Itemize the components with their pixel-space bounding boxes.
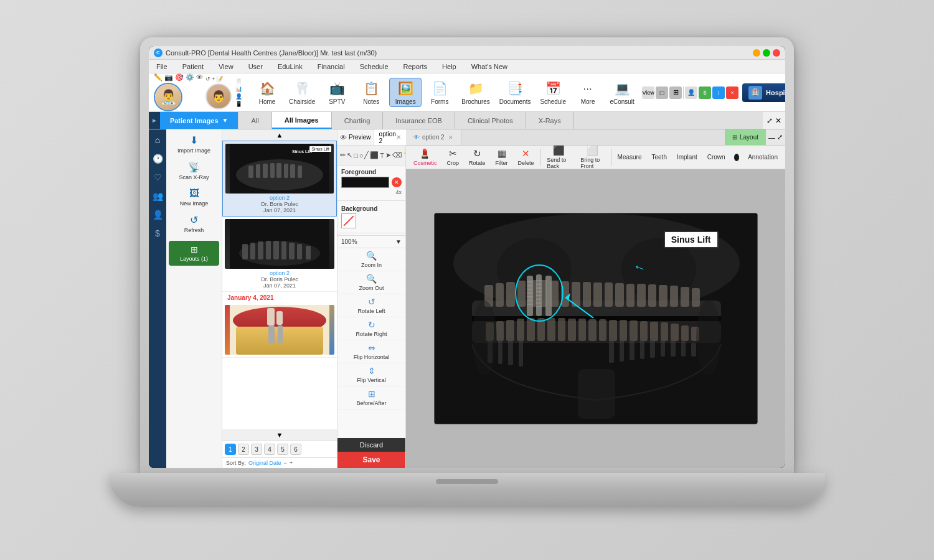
page-btn-5[interactable]: 5 [277,444,288,455]
send-to-back-btn[interactable]: ⬛ Send to Back [543,144,574,170]
menu-view[interactable]: View [216,62,236,72]
view-toggle-btn[interactable]: View [642,86,654,99]
menu-edulink[interactable]: EduLink [275,62,305,72]
panoramic-xray[interactable]: Sinus Lift → [434,213,758,424]
sidebar-home-icon[interactable]: ⌂ [151,133,164,147]
settings-icon[interactable]: ⚙️ [186,73,194,82]
viewer-tab-close[interactable]: ✕ [448,134,453,141]
viewer-expand-icon[interactable]: ⤢ [777,133,783,141]
plus-icon[interactable]: + [212,76,215,82]
toolbar-images[interactable]: 🖼️ Images [389,78,422,107]
option-tab-close[interactable]: ✕ [396,134,401,141]
sync-btn[interactable]: ↕ [712,86,725,99]
toolbar-documents[interactable]: 📑 Documents [496,78,535,106]
flip-horizontal-action[interactable]: ⇔ Flip Horizontal [337,340,405,363]
sub-tab-insurance-eob[interactable]: Insurance EOB [383,112,455,129]
page-btn-4[interactable]: 4 [264,444,275,455]
sub-tab-all-images[interactable]: All Images [272,112,332,129]
bring-to-front-btn[interactable]: ⬜ Bring to Front [577,144,608,170]
thumbnail-item-2[interactable]: option 2 Dr. Boris Pulec Jan 07, 2021 [222,217,337,292]
layout-btn2[interactable]: ⊞ [669,86,682,99]
toolbar-home[interactable]: 🏠 Home [251,78,283,106]
save-button[interactable]: Save [337,452,405,468]
sub-tab-xrays[interactable]: X-Rays [526,112,574,129]
sort-option[interactable]: Original Date [248,460,281,466]
menu-schedule[interactable]: Schedule [357,62,391,72]
import-image-button[interactable]: ⬇ Import Image [169,132,219,156]
page-btn-1[interactable]: 1 [225,444,236,455]
thumbnail-item-3[interactable] [222,302,337,358]
scroll-up-arrow[interactable]: ▲ [222,129,337,141]
rotate-right-action[interactable]: ↻ Rotate Right [337,317,405,340]
sidebar-clock-icon[interactable]: 🕐 [151,152,164,166]
pencil-tool[interactable]: ✏ [340,149,346,162]
viewer-layout-tab[interactable]: ⊞ Layout [725,129,766,145]
person-icon[interactable]: 👤 [235,93,242,100]
minimize-button[interactable] [753,49,760,57]
delete-btn[interactable]: ✕ Delete [514,147,538,167]
toolbar-brochures[interactable]: 📁 Brochures [458,78,494,106]
sort-plus-icon[interactable]: + [290,460,293,466]
menu-file[interactable]: File [154,62,170,72]
rotate-btn[interactable]: ↻ Rotate [465,147,489,167]
zoom-dropdown-arrow[interactable]: ▼ [395,238,402,245]
measure-tool2[interactable]: 📏 [403,149,405,162]
toolbar-forms[interactable]: 📄 Forms [423,78,456,106]
logout-btn[interactable]: × [726,86,738,99]
zoom-out-action[interactable]: 🔍 Zoom Out [337,271,405,294]
cursor-tool[interactable]: ↖ [347,149,352,162]
annotation-text-btn[interactable]: Annotation [744,152,781,162]
sidebar-people-icon[interactable]: 👥 [151,189,164,203]
sidebar-dollar-icon[interactable]: $ [151,226,164,240]
rect-tool[interactable]: □ [354,149,358,162]
phone-icon[interactable]: 📱 [235,101,242,107]
expand-icon[interactable]: ⤢ [767,116,773,125]
text-tool[interactable]: T [380,149,384,162]
viewer-minimize-icon[interactable]: — [768,134,775,141]
toolbar-notes[interactable]: 📋 Notes [355,78,387,106]
teeth-text-btn[interactable]: Teeth [648,152,670,162]
color-x-btn[interactable]: ✕ [392,177,402,187]
sort-minus-icon[interactable]: − [284,460,287,466]
toolbar-schedule[interactable]: 📅 Schedule [536,78,570,106]
close-view-icon[interactable]: ✕ [775,116,781,125]
cosmetic-btn[interactable]: 💄 Cosmetic [410,147,441,167]
refresh-icon[interactable]: ↺ [205,76,210,82]
thumbnail-item-1[interactable]: Sinus Lift Sinus Lift option 2 Dr. Boris… [222,141,337,217]
line-tool[interactable]: ╱ [364,149,369,162]
option-tab[interactable]: option 2 ✕ [374,129,406,145]
sub-tab-clinical-photos[interactable]: Clinical Photos [455,112,526,129]
background-color-swatch[interactable] [341,213,356,228]
eye-nav-icon[interactable]: 👁 [196,73,203,82]
filter-btn[interactable]: ▦ Filter [492,147,512,167]
hospital-button[interactable]: 🏥 Hospital [742,83,785,102]
menu-patient[interactable]: Patient [180,62,206,72]
user-profile-btn[interactable]: 👤 [685,86,697,99]
flip-vertical-action[interactable]: ⇕ Flip Vertical [337,363,405,386]
measure-text-btn[interactable]: Measure [614,152,646,162]
rotate-left-action[interactable]: ↺ Rotate Left [337,294,405,317]
maximize-button[interactable] [763,49,770,57]
menu-financial[interactable]: Financial [315,62,347,72]
tooth-icon[interactable]: 🦷 [235,78,242,85]
layout-btn1[interactable]: □ [656,86,668,99]
sub-tab-charting[interactable]: Charting [332,112,384,129]
fill-tool[interactable]: ⬛ [370,149,379,162]
menu-reports[interactable]: Reports [401,62,430,72]
online-status-btn[interactable]: $ [699,86,711,99]
color-picker-dot[interactable] [734,154,740,161]
toolbar-econsult[interactable]: 💻 eConsult [606,78,638,106]
menu-help[interactable]: Help [440,62,459,72]
chart-icon[interactable]: 📊 [235,86,242,92]
menu-whats-new[interactable]: What's New [469,62,510,72]
before-after-action[interactable]: ⊞ Before/After [337,386,405,409]
toolbar-chairside[interactable]: 🦷 Chairside [285,78,319,106]
menu-user[interactable]: User [246,62,265,72]
page-btn-6[interactable]: 6 [290,444,301,455]
crown-text-btn[interactable]: Crown [704,152,729,162]
patient-images-tab[interactable]: Patient Images ▼ [160,112,239,129]
scan-xray-button[interactable]: 📡 Scan X-Ray [169,159,219,183]
new-image-button[interactable]: 🖼 New Image [169,185,219,209]
foreground-color-swatch[interactable] [341,177,389,188]
nav-arrow[interactable]: ► [149,112,160,129]
